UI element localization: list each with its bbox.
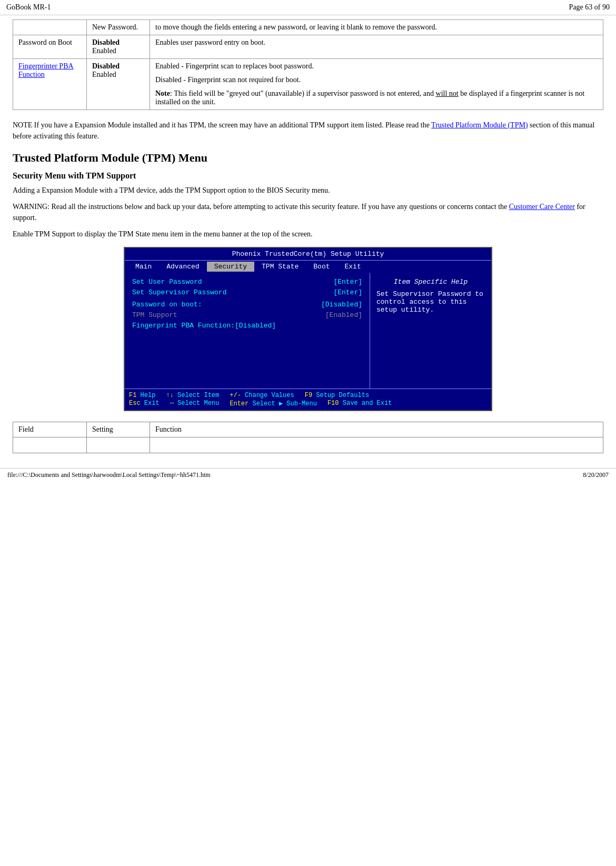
bios-item-value: [Enter] bbox=[333, 278, 362, 286]
bios-f10: F10 Save and Exit bbox=[327, 400, 392, 407]
bios-plusminus: +/- Change Values bbox=[230, 392, 294, 399]
note-paragraph: NOTE If you have a Expansion Module inst… bbox=[13, 120, 603, 142]
bios-item-label: TPM Support bbox=[132, 311, 320, 319]
subsection-title: Security Menu with TPM Support bbox=[13, 171, 603, 181]
bios-fingerprint-row: Fingerprint PBA Function:[Disabled] bbox=[132, 322, 362, 330]
bios-menu-boot[interactable]: Boot bbox=[306, 262, 337, 272]
bios-footer-row2: Esc Exit ↔ Select Menu Enter Select ▶ Su… bbox=[129, 400, 487, 407]
bios-help-title: Item Specific Help bbox=[376, 278, 485, 286]
bios-item-value: [Disabled] bbox=[321, 301, 362, 308]
bios-body: Set User Password [Enter] Set Supervisor… bbox=[125, 273, 491, 389]
fingerprinter-pba-link[interactable]: Fingerprinter PBA Function bbox=[18, 62, 74, 78]
table-row: New Password. to move though the fields … bbox=[13, 20, 603, 35]
bios-footer-row1: F1 Help ↑↓ Select Item +/- Change Values… bbox=[129, 392, 487, 399]
main-content: New Password. to move though the fields … bbox=[0, 15, 616, 462]
table-cell-field bbox=[13, 20, 87, 35]
setting-disabled2: Disabled bbox=[92, 62, 120, 70]
bios-menu-advanced[interactable]: Advanced bbox=[159, 262, 206, 272]
bios-item-row: Set Supervisor Password [Enter] bbox=[132, 288, 362, 296]
bios-help-panel: Item Specific Help Set Supervisor Passwo… bbox=[370, 273, 491, 389]
table-cell-field: Password on Boot bbox=[13, 35, 87, 59]
bios-main-panel: Set User Password [Enter] Set Supervisor… bbox=[125, 273, 370, 389]
bios-title: Phoenix TrustedCore(tm) Setup Utility bbox=[125, 248, 491, 261]
para2-prefix: WARNING: Read all the instructions below… bbox=[13, 203, 509, 211]
bios-leftright: ↔ Select Menu bbox=[170, 400, 220, 407]
footer-path: file:///C:\Documents and Settings\harwoo… bbox=[7, 471, 211, 479]
bios-item-value: [Enabled] bbox=[325, 311, 362, 319]
table-cell-function: to move though the fields entering a new… bbox=[150, 20, 603, 35]
bios-help-text: Set Supervisor Password to control acces… bbox=[376, 290, 485, 314]
table-row: Password on Boot Disabled Enabled Enable… bbox=[13, 35, 603, 59]
setting-disabled: Disabled bbox=[92, 38, 120, 46]
table-cell-function: Enables user password entry on boot. bbox=[150, 35, 603, 59]
bios-screen: Phoenix TrustedCore(tm) Setup Utility Ma… bbox=[124, 247, 492, 411]
page-footer: file:///C:\Documents and Settings\harwoo… bbox=[0, 468, 616, 482]
page-header-right: Page 63 of 90 bbox=[569, 3, 610, 12]
bios-item-row: Set User Password [Enter] bbox=[132, 278, 362, 286]
bios-item-row: Password on boot: [Disabled] bbox=[132, 301, 362, 308]
page-header: GoBook MR-1 Page 63 of 90 bbox=[0, 0, 616, 15]
table-cell-field: Fingerprinter PBA Function bbox=[13, 59, 87, 110]
bios-menu-bar: Main Advanced Security TPM State Boot Ex… bbox=[125, 261, 491, 273]
para2: WARNING: Read all the instructions below… bbox=[13, 201, 603, 223]
bios-menu-tpmstate[interactable]: TPM State bbox=[254, 262, 306, 272]
bios-item-row-greyed: TPM Support [Enabled] bbox=[132, 311, 362, 319]
bios-item-label: Set Supervisor Password bbox=[132, 288, 328, 296]
bios-menu-security[interactable]: Security bbox=[207, 262, 254, 272]
col-header-setting: Setting bbox=[87, 422, 150, 437]
bios-footer: F1 Help ↑↓ Select Item +/- Change Values… bbox=[125, 389, 491, 410]
customer-care-link[interactable]: Customer Care Center bbox=[509, 203, 575, 211]
bios-updown: ↑↓ Select Item bbox=[166, 392, 219, 399]
bios-menu-main[interactable]: Main bbox=[128, 262, 159, 272]
top-table: New Password. to move though the fields … bbox=[13, 19, 603, 110]
section-title: Trusted Platform Module (TPM) Menu bbox=[13, 151, 603, 165]
bios-enter: Enter Select ▶ Sub-Menu bbox=[230, 400, 317, 407]
bios-f1: F1 Help bbox=[129, 392, 155, 399]
table-header-row: Field Setting Function bbox=[13, 422, 603, 437]
para1: Adding a Expansion Module with a TPM dev… bbox=[13, 185, 603, 196]
table-cell-setting: Disabled Enabled bbox=[87, 35, 150, 59]
bios-item-label: Password on boot: bbox=[132, 301, 316, 308]
table-cell-empty bbox=[13, 437, 87, 453]
col-header-field: Field bbox=[13, 422, 87, 437]
page-header-left: GoBook MR-1 bbox=[6, 3, 51, 12]
bios-esc: Esc Exit bbox=[129, 400, 160, 407]
table-cell-setting: New Password. bbox=[87, 20, 150, 35]
col-header-function: Function bbox=[150, 422, 603, 437]
setting-enabled: Enabled bbox=[92, 47, 116, 55]
bios-item-label: Set User Password bbox=[132, 278, 328, 286]
bios-item-value: [Enter] bbox=[333, 288, 362, 296]
table-row: Fingerprinter PBA Function Disabled Enab… bbox=[13, 59, 603, 110]
tpm-link[interactable]: Trusted Platform Module (TPM) bbox=[431, 121, 528, 129]
bottom-table: Field Setting Function bbox=[13, 422, 603, 453]
table-cell-empty bbox=[150, 437, 603, 453]
table-cell-setting: Disabled Enabled bbox=[87, 59, 150, 110]
setting-enabled2: Enabled bbox=[92, 71, 116, 78]
table-cell-function: Enabled - Fingerprint scan to replaces b… bbox=[150, 59, 603, 110]
table-cell-empty bbox=[87, 437, 150, 453]
para3: Enable TPM Support to display the TPM St… bbox=[13, 228, 603, 240]
footer-date: 8/20/2007 bbox=[583, 471, 609, 479]
bios-f9: F9 Setup Defaults bbox=[305, 392, 369, 399]
table-row-empty bbox=[13, 437, 603, 453]
bios-menu-exit[interactable]: Exit bbox=[337, 262, 369, 272]
